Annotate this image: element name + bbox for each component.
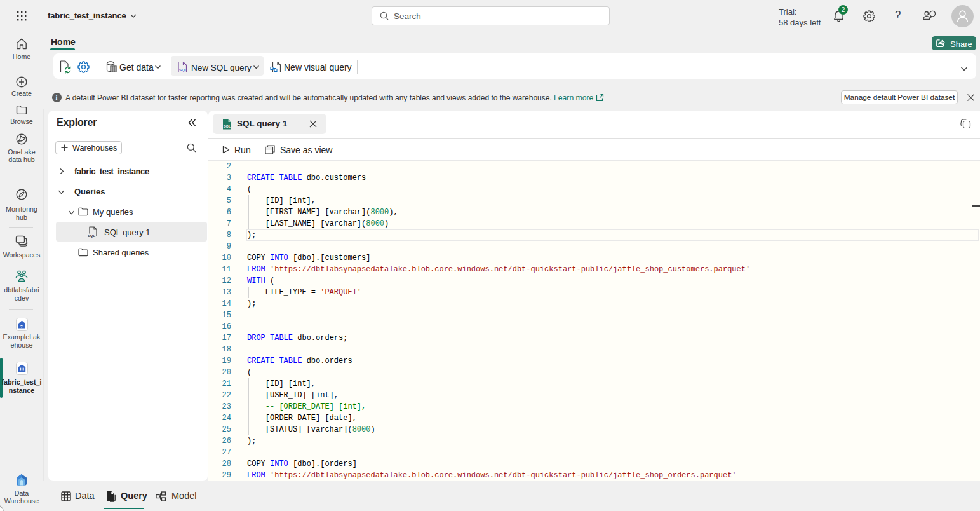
svg-text:SQL: SQL [224, 125, 231, 128]
svg-text:SQL: SQL [179, 68, 187, 72]
svg-text:SQL: SQL [88, 234, 95, 238]
